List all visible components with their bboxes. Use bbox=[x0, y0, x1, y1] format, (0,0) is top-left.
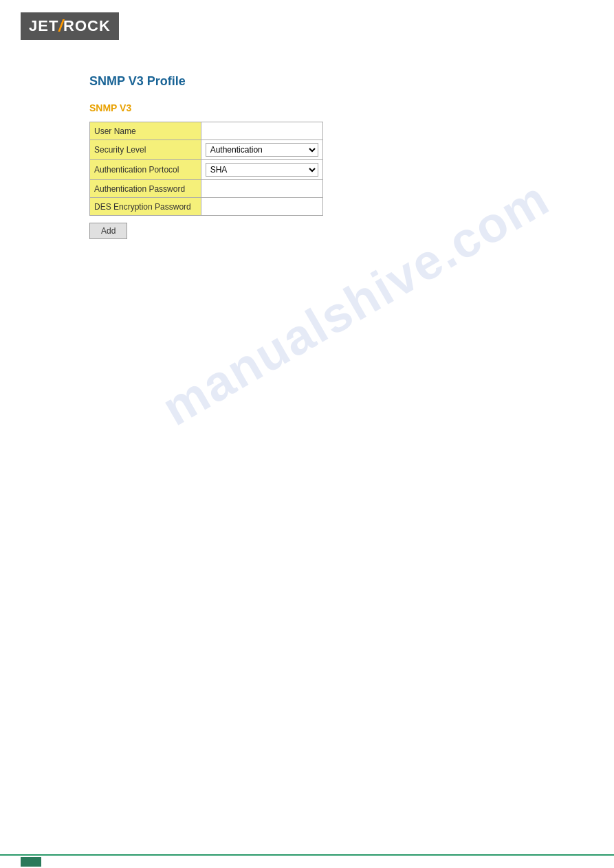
field-cell-security-level: NoAuthNoPriv Authentication Privacy bbox=[201, 140, 322, 160]
page-title: SNMP V3 Profile bbox=[89, 74, 573, 89]
logo-jet: JET bbox=[29, 17, 58, 35]
field-label-auth-password: Authentication Password bbox=[90, 180, 201, 198]
field-cell-auth-password bbox=[201, 180, 322, 198]
table-row: User Name bbox=[90, 122, 323, 140]
footer-bar bbox=[21, 857, 41, 867]
table-row: Security Level NoAuthNoPriv Authenticati… bbox=[90, 140, 323, 160]
security-level-select[interactable]: NoAuthNoPriv Authentication Privacy bbox=[206, 143, 318, 157]
field-cell-des-password bbox=[201, 198, 322, 216]
auth-protocol-select[interactable]: MD5 SHA bbox=[206, 163, 318, 177]
des-password-input[interactable] bbox=[206, 202, 318, 212]
table-row: Authentication Portocol MD5 SHA bbox=[90, 160, 323, 180]
field-cell-username bbox=[201, 122, 322, 140]
logo-rock: ROCK bbox=[63, 17, 111, 35]
field-label-security-level: Security Level bbox=[90, 140, 201, 160]
table-row: DES Encryption Password bbox=[90, 198, 323, 216]
auth-password-input[interactable] bbox=[206, 184, 318, 194]
field-label-username: User Name bbox=[90, 122, 201, 140]
footer bbox=[0, 854, 614, 868]
field-label-des-password: DES Encryption Password bbox=[90, 198, 201, 216]
field-cell-auth-protocol: MD5 SHA bbox=[201, 160, 322, 180]
add-button[interactable]: Add bbox=[89, 223, 127, 239]
table-row: Authentication Password bbox=[90, 180, 323, 198]
main-content: SNMP V3 Profile SNMP V3 User Name Securi… bbox=[0, 47, 614, 267]
header: JET / ROCK bbox=[0, 0, 614, 47]
snmp-form-table: User Name Security Level NoAuthNoPriv Au… bbox=[89, 122, 323, 216]
section-title: SNMP V3 bbox=[89, 102, 573, 113]
field-label-auth-protocol: Authentication Portocol bbox=[90, 160, 201, 180]
username-input[interactable] bbox=[206, 126, 318, 136]
logo: JET / ROCK bbox=[21, 12, 119, 40]
logo-slash: / bbox=[58, 16, 63, 36]
